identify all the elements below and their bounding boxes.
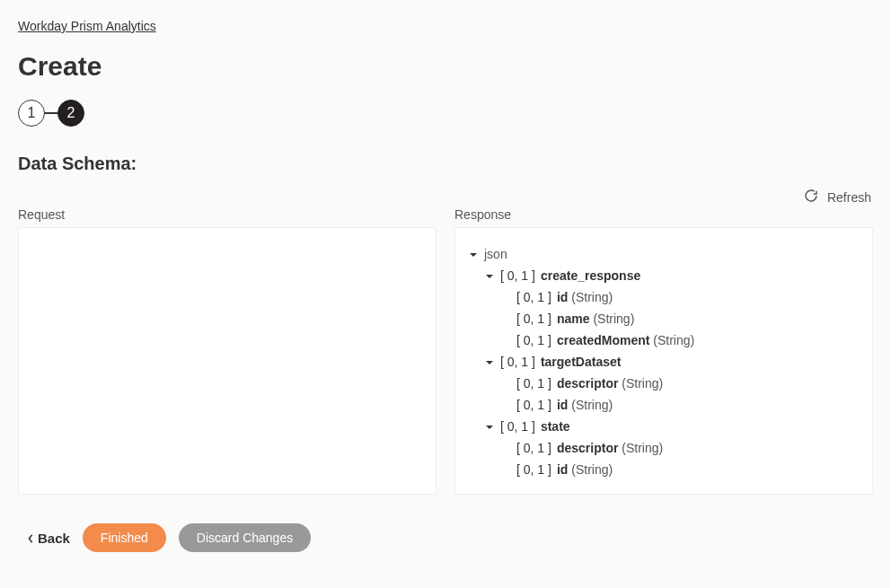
stepper: 1 2 — [18, 100, 873, 127]
request-label: Request — [18, 207, 437, 222]
chevron-down-icon — [484, 358, 495, 367]
tree-field-type: (String) — [622, 376, 663, 391]
tree-field-name: id — [557, 462, 568, 477]
tree-field-name: descriptor — [557, 376, 618, 391]
tree-leaf[interactable]: [ 0, 1 ] id (String) — [500, 461, 860, 479]
page-title: Create — [18, 51, 873, 82]
tree-field-type: (String) — [571, 398, 613, 412]
response-label: Response — [454, 207, 873, 222]
step-connector — [45, 112, 57, 114]
finished-button[interactable]: Finished — [83, 523, 166, 552]
tree-node-json[interactable]: json — [468, 245, 860, 264]
tree-field-name: name — [557, 312, 590, 326]
refresh-label: Refresh — [827, 190, 871, 205]
tree-leaf[interactable]: [ 0, 1 ] id (String) — [500, 288, 860, 307]
back-button[interactable]: Back — [27, 531, 70, 546]
breadcrumb[interactable]: Workday Prism Analytics — [18, 19, 156, 33]
tree-field-name: descriptor — [557, 441, 618, 455]
tree-cardinality: [ 0, 1 ] — [516, 396, 551, 415]
response-body[interactable]: json [ 0, 1 ] create_response — [454, 227, 873, 495]
tree-cardinality: [ 0, 1 ] — [516, 331, 551, 350]
tree-field-type: (String) — [593, 312, 634, 326]
chevron-down-icon — [484, 423, 495, 432]
tree-field-type: (String) — [571, 290, 613, 304]
back-label: Back — [38, 531, 70, 546]
refresh-icon — [804, 189, 818, 206]
step-2[interactable]: 2 — [57, 100, 84, 127]
tree-field-type: (String) — [653, 333, 694, 347]
chevron-down-icon — [468, 250, 479, 259]
tree-field-name: state — [541, 417, 570, 436]
tree-leaf[interactable]: [ 0, 1 ] name (String) — [500, 310, 860, 329]
tree-cardinality: [ 0, 1 ] — [500, 417, 535, 436]
tree-root-label: json — [484, 245, 507, 264]
tree-cardinality: [ 0, 1 ] — [516, 374, 551, 393]
tree-cardinality: [ 0, 1 ] — [516, 288, 551, 307]
tree-field-name: targetDataset — [541, 353, 621, 372]
tree-cardinality: [ 0, 1 ] — [516, 461, 551, 479]
tree-field-name: id — [557, 290, 568, 304]
tree-leaf[interactable]: [ 0, 1 ] descriptor (String) — [500, 374, 860, 393]
tree-field-type: (String) — [571, 462, 613, 477]
tree-leaf[interactable]: [ 0, 1 ] id (String) — [500, 396, 860, 415]
tree-field-name: id — [557, 398, 568, 412]
tree-leaf[interactable]: [ 0, 1 ] createdMoment (String) — [500, 331, 860, 350]
tree-field-type: (String) — [622, 441, 663, 455]
discard-changes-button[interactable]: Discard Changes — [179, 523, 311, 552]
tree-cardinality: [ 0, 1 ] — [516, 310, 551, 329]
tree-field-name: createdMoment — [557, 333, 649, 347]
request-panel: Request — [18, 207, 437, 495]
chevron-down-icon — [484, 272, 495, 281]
tree-node-target-dataset[interactable]: [ 0, 1 ] targetDataset — [484, 353, 860, 372]
request-body[interactable] — [18, 227, 437, 495]
tree-field-name: create_response — [541, 267, 640, 285]
section-title: Data Schema: — [18, 154, 873, 174]
tree-cardinality: [ 0, 1 ] — [500, 353, 535, 372]
step-1[interactable]: 1 — [18, 100, 45, 127]
tree-leaf[interactable]: [ 0, 1 ] descriptor (String) — [500, 439, 860, 458]
tree-node-state[interactable]: [ 0, 1 ] state — [484, 417, 860, 436]
refresh-button[interactable]: Refresh — [804, 189, 871, 206]
response-panel: Response json — [454, 207, 873, 495]
tree-cardinality: [ 0, 1 ] — [516, 439, 551, 458]
tree-node-create-response[interactable]: [ 0, 1 ] create_response — [484, 267, 860, 285]
tree-cardinality: [ 0, 1 ] — [500, 267, 535, 285]
chevron-left-icon — [27, 531, 34, 546]
